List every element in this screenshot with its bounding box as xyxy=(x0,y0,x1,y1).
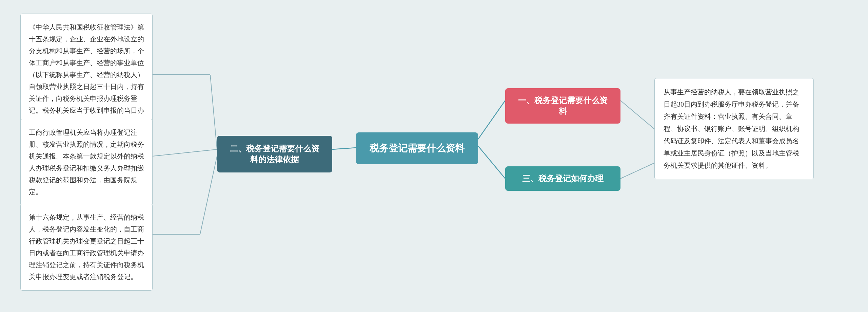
mind-map: 《中华人民共和国税收征收管理法》第十五条规定，企业、企业在外地设立的分支机构和从… xyxy=(0,0,868,312)
node-left-main: 二、税务登记需要什么资料的法律依据 xyxy=(217,136,332,172)
node-right-top: 一、税务登记需要什么资料 xyxy=(505,88,620,124)
textbox-right: 从事生产经营的纳税人，要在领取营业执照之日起30日内到办税服务厅申办税务登记，并… xyxy=(654,78,814,179)
textbox-left-bot-text: 第十六条规定，从事生产、经营的纳税人，税务登记内容发生变化的，自工商行政管理机关… xyxy=(29,214,144,280)
svg-line-6 xyxy=(478,100,505,139)
svg-line-5 xyxy=(332,148,356,149)
textbox-left-top: 《中华人民共和国税收征收管理法》第十五条规定，企业、企业在外地设立的分支机构和从… xyxy=(20,14,153,136)
node-right-top-label: 一、税务登记需要什么资料 xyxy=(515,95,610,117)
svg-line-7 xyxy=(478,146,505,179)
svg-line-9 xyxy=(620,163,654,179)
textbox-left-bot: 第十六条规定，从事生产、经营的纳税人，税务登记内容发生变化的，自工商行政管理机关… xyxy=(20,204,153,291)
textbox-left-mid-text: 工商行政管理机关应当将办理登记注册、核发营业执照的情况，定期向税务机关通报。本条… xyxy=(29,129,144,196)
node-center-label: 税务登记需要什么资料 xyxy=(370,142,465,155)
node-right-bottom-label: 三、税务登记如何办理 xyxy=(522,173,604,184)
textbox-left-mid: 工商行政管理机关应当将办理登记注册、核发营业执照的情况，定期向税务机关通报。本条… xyxy=(20,119,153,206)
node-right-bottom: 三、税务登记如何办理 xyxy=(505,166,620,191)
svg-line-2 xyxy=(153,149,217,156)
svg-line-8 xyxy=(620,100,654,129)
svg-line-1 xyxy=(210,75,217,149)
textbox-left-top-text: 《中华人民共和国税收征收管理法》第十五条规定，企业、企业在外地设立的分支机构和从… xyxy=(29,23,144,126)
node-left-main-label: 二、税务登记需要什么资料的法律依据 xyxy=(226,143,323,165)
textbox-right-text: 从事生产经营的纳税人，要在领取营业执照之日起30日内到办税服务厅申办税务登记，并… xyxy=(664,88,799,169)
svg-line-4 xyxy=(200,156,217,234)
node-center: 税务登记需要什么资料 xyxy=(356,132,478,164)
